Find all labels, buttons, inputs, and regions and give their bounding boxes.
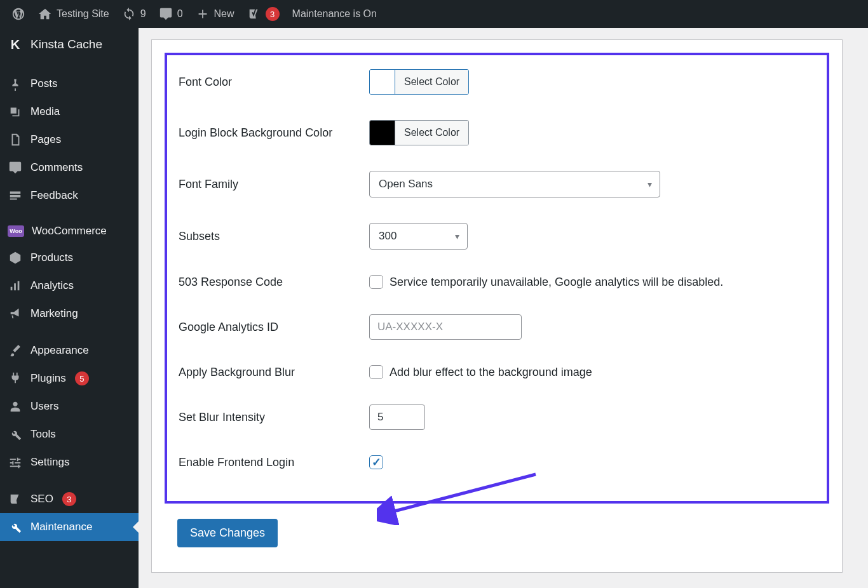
seo-badge: 3	[62, 492, 76, 506]
yoast-link[interactable]: 3	[241, 0, 286, 28]
yoast-badge: 3	[266, 7, 280, 21]
sidebar-item-maintenance[interactable]: Maintenance	[0, 513, 139, 541]
sidebar-item-marketing[interactable]: Marketing	[0, 300, 139, 328]
updates-count: 9	[140, 8, 146, 20]
admin-bar: Testing Site 9 0 New 3 Maintenance is On	[0, 0, 868, 28]
plus-icon	[196, 7, 210, 21]
kinsta-icon: K	[8, 37, 23, 52]
maintenance-text: Maintenance is On	[292, 8, 377, 20]
sidebar-item-label: Media	[31, 105, 60, 118]
bg-blur-label: Apply Background Blur	[179, 366, 369, 379]
brush-icon	[8, 343, 23, 358]
subsets-select[interactable]: 300	[369, 223, 468, 250]
wordpress-icon	[11, 7, 25, 21]
plugin-icon	[8, 371, 23, 386]
font-family-select[interactable]: Open Sans	[369, 171, 660, 197]
blur-intensity-input[interactable]	[369, 404, 425, 430]
sidebar-item-seo[interactable]: SEO 3	[0, 485, 139, 513]
sidebar-item-label: SEO	[31, 493, 53, 505]
sidebar-item-label: Marketing	[31, 307, 78, 320]
pin-icon	[8, 76, 23, 91]
comments-count: 0	[177, 8, 183, 20]
sidebar-item-tools[interactable]: Tools	[0, 420, 139, 448]
home-icon	[38, 7, 52, 21]
comments-link[interactable]: 0	[153, 0, 189, 28]
highlighted-section: Font Color Select Color Login Block Back…	[165, 53, 829, 504]
ga-id-input[interactable]	[369, 314, 522, 340]
maintenance-status[interactable]: Maintenance is On	[286, 0, 383, 28]
select-color-text: Select Color	[395, 70, 468, 94]
save-button[interactable]: Save Changes	[177, 519, 278, 547]
sidebar-item-pages[interactable]: Pages	[0, 126, 139, 154]
subsets-label: Subsets	[179, 230, 369, 243]
megaphone-icon	[8, 306, 23, 321]
update-icon	[122, 7, 136, 21]
wp-logo[interactable]	[5, 0, 32, 28]
sidebar-item-label: Pages	[31, 133, 61, 146]
response-code-desc: Service temporarily unavailable, Google …	[390, 276, 723, 289]
sidebar-item-media[interactable]: Media	[0, 98, 139, 126]
settings-panel: Font Color Select Color Login Block Back…	[151, 39, 843, 573]
user-icon	[8, 399, 23, 414]
main-content: Font Color Select Color Login Block Back…	[139, 28, 868, 588]
color-swatch-black	[370, 121, 395, 145]
sidebar-item-label: Maintenance	[31, 521, 92, 533]
blur-intensity-label: Set Blur Intensity	[179, 411, 369, 424]
wrench-icon	[8, 427, 23, 442]
response-code-checkbox[interactable]	[369, 275, 383, 289]
sidebar-item-label: WooCommerce	[32, 225, 107, 237]
frontend-login-checkbox[interactable]	[369, 455, 383, 469]
sidebar-item-products[interactable]: Products	[0, 244, 139, 272]
font-color-label: Font Color	[179, 76, 369, 89]
sidebar-item-label: Plugins	[31, 372, 66, 385]
sidebar-item-label: Comments	[31, 161, 83, 174]
product-icon	[8, 250, 23, 265]
sidebar-item-analytics[interactable]: Analytics	[0, 272, 139, 300]
sidebar-item-feedback[interactable]: Feedback	[0, 182, 139, 210]
sidebar-item-label: Posts	[31, 77, 58, 90]
site-name-link[interactable]: Testing Site	[32, 0, 116, 28]
pages-icon	[8, 132, 23, 147]
sidebar-item-label: Feedback	[31, 189, 78, 202]
color-swatch-white	[370, 70, 395, 94]
svg-point-0	[12, 109, 14, 111]
frontend-login-label: Enable Frontend Login	[179, 456, 369, 469]
sidebar-item-label: Tools	[31, 428, 56, 441]
bg-blur-desc: Add blur effect to the background image	[390, 366, 592, 379]
yoast-icon	[8, 491, 23, 507]
sidebar-item-appearance[interactable]: Appearance	[0, 337, 139, 364]
sidebar-item-label: Kinsta Cache	[31, 37, 102, 51]
sidebar-item-users[interactable]: Users	[0, 392, 139, 420]
login-bg-label: Login Block Background Color	[179, 126, 369, 140]
font-color-picker[interactable]: Select Color	[369, 69, 469, 95]
sidebar-item-label: Analytics	[31, 279, 74, 292]
admin-sidebar: K Kinsta Cache Posts Media Pages Comment…	[0, 28, 139, 588]
comment-icon	[159, 7, 173, 21]
plugins-badge: 5	[75, 371, 89, 385]
sidebar-item-plugins[interactable]: Plugins 5	[0, 364, 139, 392]
sliders-icon	[8, 455, 23, 470]
sidebar-item-comments[interactable]: Comments	[0, 154, 139, 182]
comment-icon	[8, 160, 23, 175]
sidebar-item-label: Settings	[31, 456, 69, 469]
sidebar-item-posts[interactable]: Posts	[0, 70, 139, 98]
feedback-icon	[8, 188, 23, 203]
sidebar-item-settings[interactable]: Settings	[0, 448, 139, 476]
site-name-text: Testing Site	[57, 8, 109, 20]
media-icon	[8, 104, 23, 119]
wrench-icon	[8, 519, 23, 535]
new-link[interactable]: New	[189, 0, 241, 28]
sidebar-item-label: Appearance	[31, 344, 89, 357]
bg-blur-checkbox[interactable]	[369, 365, 383, 379]
sidebar-item-woocommerce[interactable]: Woo WooCommerce	[0, 218, 139, 244]
sidebar-item-kinsta[interactable]: K Kinsta Cache	[0, 28, 139, 61]
font-family-label: Font Family	[179, 178, 369, 191]
ga-id-label: Google Analytics ID	[179, 321, 369, 334]
response-code-label: 503 Response Code	[179, 276, 369, 289]
select-color-text: Select Color	[395, 121, 468, 145]
yoast-icon	[247, 7, 261, 21]
woo-icon: Woo	[8, 225, 24, 237]
updates-link[interactable]: 9	[116, 0, 153, 28]
login-bg-color-picker[interactable]: Select Color	[369, 120, 469, 145]
sidebar-item-label: Users	[31, 400, 58, 413]
